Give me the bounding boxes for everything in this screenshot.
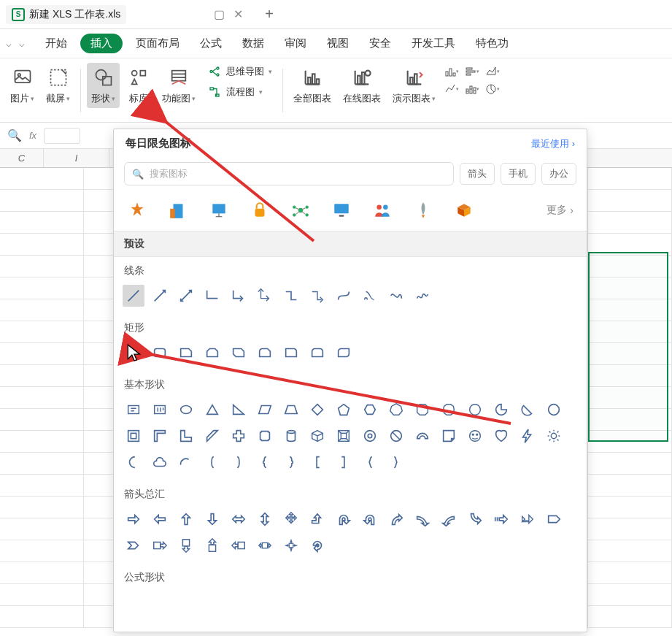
detach-icon[interactable]: ▢ [214, 7, 225, 21]
shape-right-brace[interactable] [385, 451, 407, 473]
icon-cat-box[interactable] [454, 200, 474, 221]
shape-arrow-updown[interactable] [254, 508, 276, 530]
shape-arrow-down[interactable] [201, 508, 223, 530]
more-icons-link[interactable]: 更多 › [547, 204, 573, 217]
tag-arrow[interactable]: 箭头 [460, 163, 495, 185]
tab-special[interactable]: 特色功 [468, 34, 516, 53]
shape-snip2diag[interactable] [228, 342, 250, 364]
shape-octagon[interactable] [412, 399, 433, 421]
shape-elbow[interactable] [201, 285, 223, 307]
shape-rectangle[interactable] [123, 342, 144, 364]
shape-round2same[interactable] [306, 342, 328, 364]
shape-arrow-striped[interactable] [490, 508, 512, 530]
shape-zigzag-arrow[interactable] [306, 285, 328, 307]
shape-snipround[interactable] [254, 342, 276, 364]
shape-pentagon[interactable] [333, 399, 355, 421]
tab-insert[interactable]: 插入 [80, 34, 123, 53]
shape-right-bracket[interactable] [333, 451, 355, 473]
bar-chart-icon[interactable]: ▾ [465, 64, 479, 79]
tag-phone[interactable]: 手机 [501, 163, 536, 185]
tab-start[interactable]: 开始 [38, 34, 74, 53]
shapes-button[interactable]: 形状▾ [87, 63, 120, 108]
shape-cube[interactable] [306, 425, 328, 447]
shape-arrow-callout-left[interactable] [228, 535, 250, 556]
shape-pie[interactable] [490, 399, 512, 421]
tab-security[interactable]: 安全 [362, 34, 398, 53]
shape-trapezoid[interactable] [280, 399, 302, 421]
shape-brace-left[interactable] [254, 451, 276, 473]
icon-cat-people[interactable] [372, 200, 393, 221]
mindmap-button[interactable]: 思维导图▾ [203, 63, 277, 80]
tab-review[interactable]: 审阅 [277, 34, 314, 53]
tag-office[interactable]: 办公 [541, 163, 576, 185]
flowchart-button[interactable]: 流程图▾ [203, 83, 277, 101]
shape-elbow-double[interactable] [254, 285, 276, 307]
shape-parallelogram[interactable] [254, 399, 276, 421]
shape-oval[interactable] [175, 399, 197, 421]
shape-lightning[interactable] [517, 425, 538, 447]
shape-arrow-circular[interactable] [306, 535, 328, 556]
shape-arrow-callout-right[interactable] [149, 535, 171, 556]
shape-moon[interactable] [123, 451, 144, 473]
shape-can[interactable] [280, 425, 302, 447]
shape-round2diag[interactable] [333, 342, 355, 364]
shape-arrow-leftright[interactable] [228, 508, 250, 530]
shape-cloud[interactable] [149, 451, 171, 473]
col-header[interactable]: C [0, 149, 44, 167]
shape-left-brace[interactable] [359, 451, 381, 473]
shape-arrow-curve-left[interactable] [438, 508, 460, 530]
iconlib-button[interactable]: 标库 [123, 63, 155, 108]
dropdown-icon[interactable]: ⌵ [19, 38, 25, 49]
shape-chord[interactable] [517, 399, 538, 421]
tab-data[interactable]: 数据 [235, 34, 271, 53]
shape-arrow-up[interactable] [175, 508, 197, 530]
shape-textbox-v[interactable] [149, 399, 171, 421]
shape-line[interactable] [123, 285, 144, 307]
shape-freeform[interactable] [385, 285, 407, 307]
shape-round1[interactable] [280, 342, 302, 364]
shape-arrow-uturn-right[interactable] [333, 508, 355, 530]
shape-bracket-right[interactable] [228, 451, 250, 473]
shape-elbow-arrow[interactable] [228, 285, 250, 307]
fx-icon[interactable]: fx [29, 130, 36, 141]
shape-dodecagon[interactable] [464, 399, 486, 421]
shape-teardrop[interactable] [543, 399, 565, 421]
shape-arrow-callout-quad[interactable] [280, 535, 302, 556]
shape-left-bracket[interactable] [306, 451, 328, 473]
shape-line-arrow[interactable] [149, 285, 171, 307]
funcimg-button[interactable]: 功能图▾ [158, 63, 200, 108]
recent-used-link[interactable]: 最近使用 › [531, 137, 575, 150]
shape-arrow-callout-lr[interactable] [254, 535, 276, 556]
col-header[interactable]: I [44, 149, 109, 167]
shape-decagon[interactable] [438, 399, 460, 421]
icon-cat-monitor[interactable] [331, 200, 352, 221]
column-chart-icon[interactable]: ▾ [444, 64, 459, 79]
shape-scribble[interactable] [412, 285, 433, 307]
shape-arrow-right[interactable] [123, 508, 144, 530]
line-chart-icon[interactable]: ▾ [444, 82, 459, 96]
onlinecharts-button[interactable]: 在线图表 [339, 63, 385, 108]
shape-plus[interactable] [228, 425, 250, 447]
shape-textbox[interactable] [123, 399, 144, 421]
shape-half-frame[interactable] [149, 425, 171, 447]
shape-sun[interactable] [543, 425, 565, 447]
shape-arc[interactable] [175, 451, 197, 473]
shape-hexagon[interactable] [359, 399, 381, 421]
shape-donut[interactable] [359, 425, 381, 447]
shape-l[interactable] [175, 425, 197, 447]
shape-arrow-notched[interactable] [517, 508, 538, 530]
shape-smiley[interactable] [464, 425, 486, 447]
shape-plaque[interactable] [254, 425, 276, 447]
shape-folded-corner[interactable] [438, 425, 460, 447]
shape-diagonal-stripe[interactable] [201, 425, 223, 447]
shape-right-triangle[interactable] [228, 399, 250, 421]
zoom-icon[interactable]: 🔍 [7, 129, 22, 142]
allcharts-button[interactable]: 全部图表 [289, 63, 336, 108]
shape-arrow-quad[interactable] [280, 508, 302, 530]
shape-arrow-callout-down[interactable] [175, 535, 197, 556]
tab-formula[interactable]: 公式 [193, 34, 229, 53]
icon-cat-rocket[interactable] [413, 200, 433, 221]
shape-arrow-curve-up[interactable] [385, 508, 407, 530]
shape-arrow-pentagon[interactable] [543, 508, 565, 530]
shape-arrow-uturn-left[interactable] [359, 508, 381, 530]
